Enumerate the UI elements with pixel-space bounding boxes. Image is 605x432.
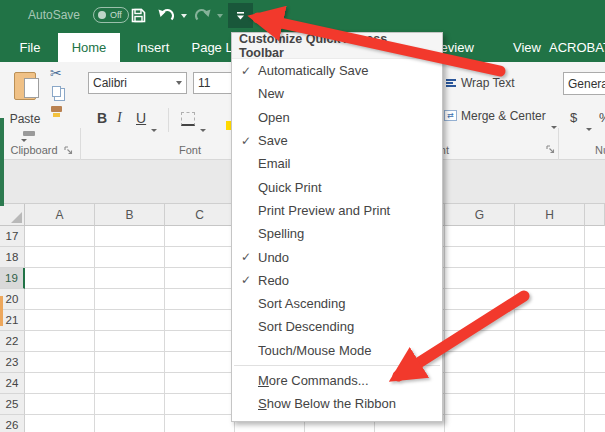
tab-acrobat[interactable]: ACROBAT [552, 33, 605, 62]
cut-icon[interactable]: ✂ [50, 65, 62, 81]
customize-quick-access-toolbar-icon [234, 10, 247, 22]
menu-item-label: Automatically Save [258, 63, 369, 78]
autosave-toggle-knob [98, 11, 106, 19]
title-bar: AutoSave Off [0, 0, 605, 30]
number-group-label: Number [595, 144, 605, 156]
bold-button[interactable]: B [97, 110, 107, 126]
menu-item-label: Touch/Mouse Mode [258, 343, 371, 358]
menu-item-automatically-save[interactable]: ✓Automatically Save [232, 59, 442, 82]
row-header-20[interactable]: 20 [0, 289, 25, 310]
menu-item-show-below-the-ribbon[interactable]: Show Below the Ribbon [232, 392, 442, 415]
select-all-triangle-icon [11, 212, 22, 223]
autosave-label: AutoSave [28, 8, 80, 22]
menu-item-touch-mouse-mode[interactable]: Touch/Mouse Mode [232, 339, 442, 362]
menu-item-label: Print Preview and Print [258, 203, 390, 218]
menu-item-label: Sort Ascending [258, 296, 345, 311]
menu-item-quick-print[interactable]: Quick Print [232, 175, 442, 198]
quick-access-toolbar-dropdown-button[interactable] [228, 3, 253, 28]
paste-caret [21, 139, 27, 142]
tab-insert[interactable]: Insert [124, 33, 182, 62]
italic-button[interactable]: I [117, 110, 122, 126]
menu-separator [232, 362, 442, 369]
borders-icon[interactable] [181, 112, 195, 126]
borders-caret[interactable] [200, 118, 206, 136]
currency-caret[interactable] [586, 117, 592, 135]
check-icon: ✓ [232, 134, 258, 148]
column-header-A[interactable]: A [25, 204, 95, 226]
merge-center-icon: ⇄ [444, 110, 457, 121]
clipboard-group-label: Clipboard [6, 144, 62, 156]
alignment-dialog-launcher-icon[interactable] [546, 145, 555, 154]
font-name-caret [176, 81, 182, 85]
column-header-H[interactable]: H [515, 204, 585, 226]
clipboard-dialog-launcher-icon[interactable] [64, 146, 73, 155]
paste-button[interactable]: Paste [4, 64, 46, 138]
currency-format-button[interactable]: $ [570, 110, 577, 125]
row-header-17[interactable]: 17 [0, 226, 25, 247]
qat-redo-button[interactable] [192, 3, 214, 28]
check-icon: ✓ [232, 273, 258, 287]
underline-caret[interactable] [151, 118, 157, 136]
menu-item-label: New [258, 86, 284, 101]
row-header-18[interactable]: 18 [0, 247, 25, 268]
underline-button[interactable]: U [136, 110, 146, 126]
row-header-23[interactable]: 23 [0, 352, 25, 373]
row-header-22[interactable]: 22 [0, 331, 25, 352]
menu-item-email[interactable]: Email [232, 152, 442, 175]
customize-quick-access-toolbar-menu: Customize Quick Access Toolbar ✓Automati… [231, 32, 443, 422]
background-window-sliver [0, 118, 4, 206]
menu-item-sort-descending[interactable]: Sort Descending [232, 315, 442, 338]
redo-dropdown-caret[interactable] [215, 3, 225, 28]
menu-item-open[interactable]: Open [232, 106, 442, 129]
menu-item-label: Save [258, 133, 288, 148]
number-format-combo[interactable]: General [563, 72, 605, 95]
menu-item-spelling[interactable]: Spelling [232, 222, 442, 245]
undo-icon [157, 8, 174, 23]
menu-item-label: Undo [258, 250, 289, 265]
redo-icon [195, 8, 212, 23]
menu-item-redo[interactable]: ✓Redo [232, 269, 442, 292]
row-header-19[interactable]: 19 [0, 268, 25, 289]
background-window-sliver [0, 296, 3, 326]
row-header-25[interactable]: 25 [0, 394, 25, 415]
autosave-toggle[interactable]: Off [93, 7, 129, 23]
merge-center-caret[interactable] [551, 115, 557, 133]
menu-title: Customize Quick Access Toolbar [232, 33, 442, 59]
menu-item-label: Sort Descending [258, 319, 354, 334]
font-name-combo[interactable]: Calibri [88, 72, 187, 94]
tab-view[interactable]: View [498, 33, 556, 62]
merge-center-button[interactable]: Merge & Center [461, 109, 546, 123]
percent-format-button[interactable]: % [599, 110, 605, 125]
autosave-state-label: Off [110, 10, 122, 20]
column-header-C[interactable]: C [165, 204, 235, 226]
check-icon: ✓ [232, 64, 258, 78]
menu-item-label: Spelling [258, 226, 304, 241]
menu-item-label: Show Below the Ribbon [258, 396, 396, 411]
menu-item-more-commands[interactable]: More Commands... [232, 369, 442, 392]
menu-item-save[interactable]: ✓Save [232, 129, 442, 152]
copy-icon[interactable] [52, 86, 61, 97]
column-header-partial[interactable] [585, 204, 605, 226]
column-header-G[interactable]: G [445, 204, 515, 226]
menu-item-label: More Commands... [258, 373, 369, 388]
menu-item-label: Email [258, 156, 291, 171]
row-header-26[interactable]: 26 [0, 415, 25, 432]
menu-item-new[interactable]: New [232, 82, 442, 105]
tab-file[interactable]: File [8, 33, 52, 62]
column-header-B[interactable]: B [95, 204, 165, 226]
menu-item-label: Quick Print [258, 180, 322, 195]
qat-undo-button[interactable] [154, 3, 176, 28]
format-painter-icon[interactable] [51, 106, 62, 112]
select-all-corner[interactable] [0, 204, 25, 226]
row-header-21[interactable]: 21 [0, 310, 25, 331]
tab-home[interactable]: Home [58, 33, 120, 62]
font-group-label: Font [165, 144, 215, 156]
undo-dropdown-caret[interactable] [179, 3, 189, 28]
font-size-combo[interactable]: 11 [193, 72, 233, 94]
qat-save-button[interactable] [128, 3, 148, 28]
menu-item-print-preview-and-print[interactable]: Print Preview and Print [232, 199, 442, 222]
menu-item-sort-ascending[interactable]: Sort Ascending [232, 292, 442, 315]
menu-item-undo[interactable]: ✓Undo [232, 245, 442, 268]
wrap-text-button[interactable]: Wrap Text [461, 76, 515, 90]
row-header-24[interactable]: 24 [0, 373, 25, 394]
